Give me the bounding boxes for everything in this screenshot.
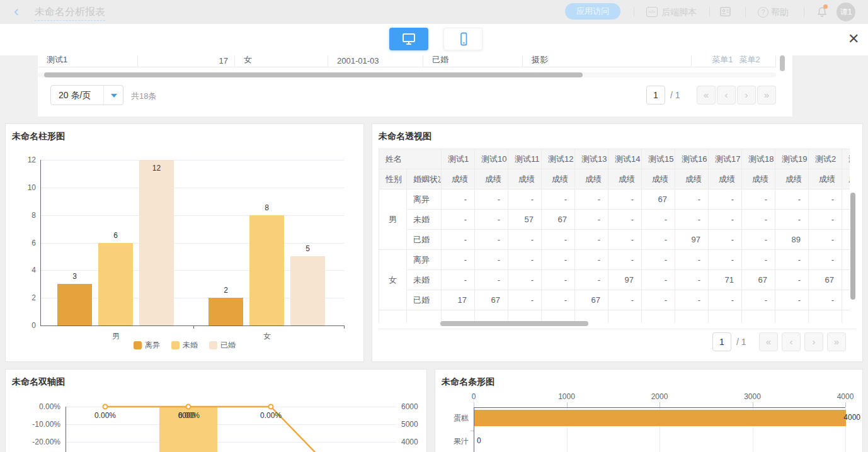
pivot-cell: 测试10 [475,149,508,169]
table-cell: 已婚 [423,55,523,67]
table-vscrollbar[interactable] [780,55,785,72]
pivot-cell [742,310,775,324]
pivot-cell [842,310,850,324]
last-page-button[interactable]: » [757,86,776,105]
x-tick-label: 1000 [548,392,586,401]
x-axis-tick [193,325,194,329]
pivot-cell: - [809,290,842,310]
pivot-cell [809,310,842,324]
pivot-cell: 97 [675,230,709,250]
avatar[interactable]: 谭1 [837,3,855,21]
pivot-last-page-button[interactable]: » [827,332,846,351]
pivot-cell: - [608,189,642,210]
pivot-cell: - [675,250,709,270]
next-page-button[interactable]: › [737,86,756,105]
pivot-cell: - [642,270,675,290]
pivot-cell: - [742,230,775,250]
user-card-icon[interactable] [719,6,731,18]
legend-swatch [134,341,142,349]
legend-swatch [171,341,180,349]
pivot-page-number-input[interactable]: 1 [712,332,731,351]
x-axis-tick [567,402,568,407]
line-point-label: 0.00% [170,411,208,420]
line-marker [269,405,273,409]
row-menu-link[interactable]: 菜单1 [712,55,733,65]
pivot-next-page-button[interactable]: › [804,332,823,351]
pivot-hscrollbar[interactable] [440,321,588,326]
row-menu-link[interactable]: 菜单2 [740,55,760,65]
pivot-cell [709,310,742,324]
legend-swatch [209,341,217,349]
total-count-label: 共18条 [131,91,156,102]
pivot-cell: 67 [475,290,508,310]
pivot-prev-page-button[interactable]: ‹ [782,332,801,351]
table-cell: 17 [138,55,235,67]
pivot-first-page-button[interactable]: « [759,332,778,351]
bar-已婚 [290,256,325,325]
column-chart-panel: 未命名柱形图 0246810123268125男女离异未婚已婚 [5,123,364,362]
bar-value-label: 0 [477,436,502,445]
pivot-cell: 已婚 [407,290,442,310]
pivot-cell: 67 [642,189,675,210]
desktop-view-button[interactable] [389,28,428,50]
prev-page-button[interactable]: ‹ [717,86,736,105]
pivot-cell: - [475,230,508,250]
pivot-cell: 67 [575,290,608,310]
back-icon[interactable]: ‹ [14,3,19,20]
pivot-cell: - [575,270,608,290]
bar-离异 [208,298,243,325]
legend-item-未婚[interactable]: 未婚 [171,340,198,351]
legend-label: 未婚 [183,340,198,351]
pivot-cell: - [575,210,608,230]
table-hscrollbar[interactable] [38,72,776,77]
pivot-cell: - [642,210,675,230]
x-axis-line [40,325,344,326]
divider [745,7,746,17]
mobile-view-button[interactable] [443,28,483,50]
y-tick-label: 8 [16,211,36,220]
divider [103,86,104,105]
pivot-cell: 测试14 [608,149,642,169]
y-axis-line [40,160,41,325]
apply-access-button[interactable]: 应用访问 [565,3,620,20]
pivot-vscrollbar[interactable] [850,193,855,300]
pivot-cell: 成绩 [575,169,608,189]
pivot-cell: 婚姻状况 [407,169,442,189]
pivot-cell: - [642,290,675,310]
pivot-cell [608,310,642,324]
pivot-cell: - [742,189,775,210]
row-divider [38,67,776,67]
divider [379,329,856,329]
bar-value-label: 2 [202,286,249,295]
help-button[interactable]: 帮助 [771,7,789,18]
pivot-cell: 成绩 [642,169,675,189]
pivot-cell: - [542,290,575,310]
code-icon: </> [646,7,658,17]
pivot-cell: 测试2 [809,149,842,169]
y-tick-label: 6 [16,239,36,247]
pivot-cell: - [608,210,642,230]
pivot-cell: - [742,290,775,310]
pivot-cell [842,270,850,290]
pivot-cell: - [642,250,675,270]
x-tick-label: 0 [455,392,493,401]
pivot-cell: - [542,250,575,270]
pivot-cell: - [775,270,809,290]
backend-script-button[interactable]: 后端脚本 [661,7,697,18]
x-axis-line [474,407,845,408]
legend-item-离异[interactable]: 离异 [134,340,160,351]
pivot-cell: - [675,210,709,230]
app-root: { "header": { "title": "未命名分析报表", "apply… [0,0,868,452]
page-number-input[interactable]: 1 [646,86,665,105]
first-page-button[interactable]: « [697,86,716,105]
report-title: 未命名分析报表 [35,6,105,19]
legend-item-已婚[interactable]: 已婚 [209,340,236,351]
notification-badge [823,4,828,9]
pivot-cell: 成绩 [709,169,742,189]
pivot-cell: 离异 [407,250,442,270]
column-chart: 0246810123268125男女离异未婚已婚 [6,124,363,361]
page-size-select[interactable]: 20 条/页 [50,85,123,105]
pivot-cell: 67 [742,270,775,290]
close-icon[interactable]: ✕ [848,31,859,47]
pivot-cell: 71 [709,270,742,290]
